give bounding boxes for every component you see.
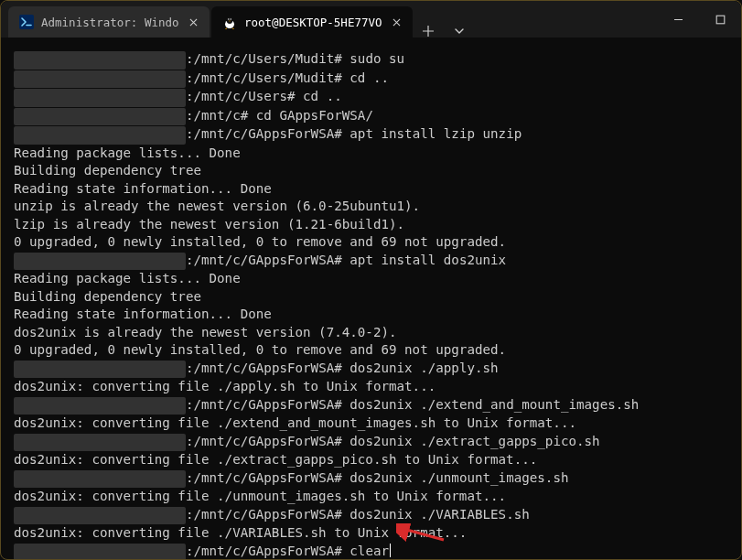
prompt: :/mnt/c/GAppsForWSA# xyxy=(186,126,349,141)
close-icon[interactable] xyxy=(389,15,403,29)
powershell-icon xyxy=(19,15,34,29)
prompt: :/mnt/c/Users/Mudit# xyxy=(186,51,349,66)
svg-point-2 xyxy=(227,16,233,24)
redacted-host xyxy=(14,126,186,145)
close-icon[interactable] xyxy=(186,15,200,29)
redacted-host xyxy=(14,434,186,452)
terminal-line: Reading package lists... Done xyxy=(14,145,728,163)
redacted-host xyxy=(14,108,186,126)
command-text: apt install dos2unix xyxy=(349,253,506,267)
terminal-line: 0 upgraded, 0 newly installed, 0 to remo… xyxy=(14,233,728,252)
prompt: :/mnt/c/GAppsForWSA# xyxy=(186,434,349,448)
terminal-line: :/mnt/c/Users/Mudit# sudo su xyxy=(14,50,728,70)
prompt: :/mnt/c/GAppsForWSA# xyxy=(186,397,349,412)
terminal-line: dos2unix: converting file ./extract_gapp… xyxy=(14,451,728,469)
terminal-line: :/mnt/c/GAppsForWSA# apt install dos2uni… xyxy=(14,252,728,271)
terminal-line: 0 upgraded, 0 newly installed, 0 to remo… xyxy=(14,341,728,360)
terminal-line: :/mnt/c/GAppsForWSA# dos2unix ./VARIABLE… xyxy=(14,506,728,525)
command-text: cd .. xyxy=(303,89,342,103)
redacted-host xyxy=(14,70,186,89)
terminal-line: Reading state information... Done xyxy=(14,180,728,199)
prompt: :/mnt/c/GAppsForWSA# xyxy=(186,253,349,267)
command-text: dos2unix ./extract_gapps_pico.sh xyxy=(349,434,599,448)
redacted-host xyxy=(14,361,186,379)
titlebar: Administrator: Windows PowerS root@DESKT… xyxy=(1,1,741,38)
terminal-line: dos2unix: converting file ./extend_and_m… xyxy=(14,415,728,433)
prompt: :/mnt/c/GAppsForWSA# xyxy=(186,470,349,485)
terminal-line: :/mnt/c/GAppsForWSA# dos2unix ./unmount_… xyxy=(14,469,728,489)
terminal-line: unzip is already the newest version (6.0… xyxy=(14,198,728,216)
command-text: dos2unix ./apply.sh xyxy=(349,361,498,375)
terminal-line: Reading package lists... Done xyxy=(14,270,728,288)
terminal-line: dos2unix: converting file ./apply.sh to … xyxy=(14,378,728,396)
redacted-host xyxy=(14,51,186,70)
tab-powershell[interactable]: Administrator: Windows PowerS xyxy=(8,6,210,38)
redacted-host xyxy=(14,89,186,107)
tux-icon xyxy=(222,15,237,29)
terminal-line: :/mnt/c/Users/Mudit# cd .. xyxy=(14,70,728,89)
terminal-line: :/mnt/c# cd GAppsForWSA/ xyxy=(14,107,728,126)
tab-label: Administrator: Windows PowerS xyxy=(41,16,178,29)
command-text: cd GAppsForWSA/ xyxy=(256,108,373,123)
tab-strip: Administrator: Windows PowerS root@DESKT… xyxy=(1,1,475,38)
redacted-host xyxy=(14,507,186,525)
redacted-host xyxy=(14,397,186,415)
maximize-button[interactable] xyxy=(699,1,741,38)
terminal-line: Building dependency tree xyxy=(14,162,728,180)
titlebar-drag-area[interactable] xyxy=(475,1,657,38)
prompt: :/mnt/c/GAppsForWSA# xyxy=(186,507,349,522)
terminal-line: :/mnt/c/GAppsForWSA# clear xyxy=(14,543,728,561)
terminal-line: dos2unix: converting file ./unmount_imag… xyxy=(14,488,728,506)
new-tab-button[interactable] xyxy=(413,25,444,38)
terminal-line: Building dependency tree xyxy=(14,288,728,307)
prompt: :/mnt/c# xyxy=(186,108,256,123)
redacted-host xyxy=(14,253,186,271)
text-cursor xyxy=(390,544,391,557)
terminal-output[interactable]: :/mnt/c/Users/Mudit# sudo su :/mnt/c/Use… xyxy=(1,38,741,560)
svg-point-4 xyxy=(231,18,231,19)
terminal-line: :/mnt/c/GAppsForWSA# dos2unix ./extract_… xyxy=(14,433,728,452)
terminal-line: :/mnt/c/GAppsForWSA# dos2unix ./apply.sh xyxy=(14,360,728,379)
terminal-line: dos2unix is already the newest version (… xyxy=(14,324,728,342)
redacted-host xyxy=(14,544,186,561)
tab-wsl[interactable]: root@DESKTOP-5HE77VO: /mn xyxy=(211,6,413,38)
prompt: :/mnt/c/GAppsForWSA# xyxy=(186,544,349,558)
terminal-line: dos2unix: converting file ./VARIABLES.sh… xyxy=(14,524,728,543)
command-text: dos2unix ./unmount_images.sh xyxy=(349,470,568,485)
terminal-line: :/mnt/c/Users# cd .. xyxy=(14,88,728,107)
command-text: apt install lzip unzip xyxy=(349,126,522,141)
terminal-line: lzip is already the newest version (1.21… xyxy=(14,216,728,234)
minimize-button[interactable] xyxy=(657,1,699,38)
terminal-line: Reading state information... Done xyxy=(14,306,728,324)
redacted-host xyxy=(14,470,186,489)
tab-dropdown[interactable] xyxy=(444,25,475,38)
terminal-line: :/mnt/c/GAppsForWSA# dos2unix ./extend_a… xyxy=(14,396,728,415)
command-text: clear xyxy=(349,544,389,558)
svg-rect-0 xyxy=(19,15,34,29)
terminal-line: :/mnt/c/GAppsForWSA# apt install lzip un… xyxy=(14,125,728,145)
tab-label: root@DESKTOP-5HE77VO: /mn xyxy=(244,16,382,29)
command-text: cd .. xyxy=(349,70,389,85)
svg-point-3 xyxy=(228,18,229,19)
prompt: :/mnt/c/Users# xyxy=(186,89,303,103)
command-text: dos2unix ./extend_and_mount_images.sh xyxy=(349,397,639,412)
prompt: :/mnt/c/GAppsForWSA# xyxy=(186,361,349,375)
prompt: :/mnt/c/Users/Mudit# xyxy=(186,70,349,85)
svg-rect-5 xyxy=(716,16,725,24)
command-text: sudo su xyxy=(349,51,404,66)
command-text: dos2unix ./VARIABLES.sh xyxy=(349,507,529,522)
